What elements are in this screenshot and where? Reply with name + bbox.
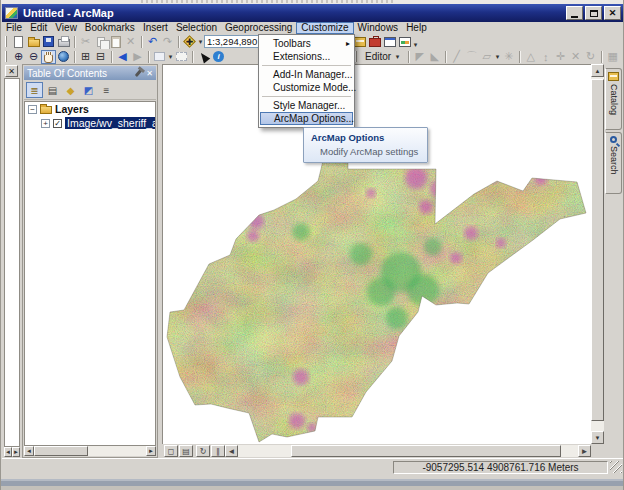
list-by-drawing-order-button[interactable]: ≣ <box>26 82 43 98</box>
close-button[interactable]: ✕ <box>604 6 621 20</box>
pan-button[interactable] <box>41 50 56 64</box>
map-scroll-left-button[interactable]: ◄ <box>225 445 238 457</box>
cut-button[interactable]: ✂ <box>78 35 93 49</box>
minimize-button[interactable] <box>566 6 583 20</box>
endpoint-arc-button[interactable]: ⌒ <box>464 50 479 64</box>
layer-row[interactable]: + ✓ Image/wv_sheriff_associatio <box>25 116 155 130</box>
collapsed-panel-close-button[interactable]: ✕ <box>5 65 18 77</box>
back-extent-button[interactable]: ◀ <box>115 50 130 64</box>
edit-vertices-button[interactable]: △ <box>523 50 538 64</box>
menu-insert[interactable]: Insert <box>139 22 172 34</box>
reshape-feature-button[interactable]: ↕ <box>538 50 553 64</box>
menu-selection[interactable]: Selection <box>172 22 221 34</box>
scroll-left-button[interactable]: ◄ <box>4 447 12 457</box>
map-hscroll-thumb[interactable] <box>291 445 561 457</box>
toc-scroll-right-button[interactable]: ► <box>146 446 156 456</box>
toolbar-grip[interactable] <box>5 51 8 62</box>
copy-button[interactable] <box>93 35 108 49</box>
identify-button[interactable]: i <box>211 50 226 64</box>
edit-tool-button[interactable]: ◤ <box>412 50 427 64</box>
toc-close-button[interactable]: ✕ <box>146 69 153 78</box>
editor-menu-button[interactable]: Editor▾ <box>361 50 405 63</box>
fixed-zoom-out-button[interactable]: ⊟ <box>93 50 108 64</box>
zoom-in-button[interactable]: ⊕ <box>11 50 26 64</box>
collapse-expander-icon[interactable]: − <box>28 105 37 114</box>
list-by-visibility-button[interactable]: ◆ <box>62 82 79 98</box>
delete-button[interactable]: ✕ <box>123 35 138 49</box>
zoom-out-button[interactable]: ⊖ <box>26 50 41 64</box>
select-features-dropdown-arrow[interactable]: ▾ <box>167 53 174 61</box>
menu-bookmarks[interactable]: Bookmarks <box>81 22 139 34</box>
toolbar-overflow-arrow[interactable]: ▾ <box>412 41 419 49</box>
redo-button[interactable]: ↷ <box>160 35 175 49</box>
menu-file[interactable]: File <box>2 22 26 34</box>
fixed-zoom-in-button[interactable]: ⊞ <box>78 50 93 64</box>
rotate-tool-button[interactable]: ↻ <box>583 50 598 64</box>
map-vertical-scrollbar[interactable]: ▲ ▼ <box>591 64 604 444</box>
point-tool-button[interactable]: ✳ <box>501 50 516 64</box>
map-scroll-up-button[interactable]: ▲ <box>591 64 604 77</box>
sketch-properties-button[interactable]: ▧ <box>620 50 624 64</box>
layer-visibility-checkbox[interactable]: ✓ <box>53 119 62 128</box>
construction-dropdown-arrow[interactable]: ▾ <box>494 53 501 61</box>
tab-search[interactable]: Search <box>605 132 622 194</box>
map-scale-input[interactable] <box>204 35 266 48</box>
map-vscroll-thumb[interactable] <box>591 79 604 421</box>
toolbar-grip[interactable] <box>355 51 358 62</box>
select-features-button[interactable] <box>152 50 167 64</box>
undo-button[interactable]: ↶ <box>145 35 160 49</box>
split-tool-button[interactable]: ✕ <box>568 50 583 64</box>
menu-customize[interactable]: Customize <box>296 22 353 34</box>
edit-annotation-button[interactable]: ◣ <box>427 50 442 64</box>
arctoolbox-button[interactable] <box>367 35 382 49</box>
menu-item-arcmap-options[interactable]: ArcMap Options... <box>260 112 353 125</box>
menu-geoprocessing[interactable]: Geoprocessing <box>221 22 296 34</box>
menu-help[interactable]: Help <box>402 22 431 34</box>
full-extent-button[interactable] <box>56 50 71 64</box>
modelbuilder-button[interactable] <box>397 35 412 49</box>
cut-polygons-button[interactable]: ✛ <box>553 50 568 64</box>
map-view[interactable] <box>162 64 591 444</box>
paste-button[interactable] <box>108 35 123 49</box>
map-horizontal-scrollbar[interactable] <box>238 445 578 457</box>
new-document-button[interactable] <box>11 35 26 49</box>
straight-segment-button[interactable]: ╱ <box>449 50 464 64</box>
list-by-source-button[interactable]: ▤ <box>44 82 61 98</box>
layout-view-button[interactable]: ▤ <box>179 445 193 457</box>
expand-expander-icon[interactable]: + <box>41 119 50 128</box>
list-by-selection-button[interactable]: ◩ <box>80 82 97 98</box>
menu-item-customize-mode[interactable]: Customize Mode... <box>259 81 354 94</box>
map-scroll-down-button[interactable]: ▼ <box>591 431 604 444</box>
toc-scroll-thumb[interactable] <box>34 446 88 456</box>
layer-name-selected[interactable]: Image/wv_sheriff_associatio <box>65 117 155 129</box>
menu-view[interactable]: View <box>51 22 81 34</box>
maximize-button[interactable] <box>585 6 602 20</box>
scroll-right-button[interactable]: ► <box>12 447 20 457</box>
menu-item-style-manager[interactable]: Style Manager... <box>259 99 354 112</box>
menu-windows[interactable]: Windows <box>354 22 403 34</box>
menu-item-extensions[interactable]: Extensions... <box>259 50 354 63</box>
add-data-button[interactable]: ✚ <box>182 35 197 49</box>
pause-drawing-button[interactable]: ∥ <box>211 445 225 457</box>
attributes-button[interactable]: ▦ <box>605 50 620 64</box>
refresh-view-button[interactable]: ↻ <box>196 445 210 457</box>
save-button[interactable] <box>41 35 56 49</box>
menu-edit[interactable]: Edit <box>26 22 51 34</box>
menu-item-toolbars[interactable]: Toolbars▸ <box>259 37 354 50</box>
open-button[interactable] <box>26 35 41 49</box>
map-scroll-right-button[interactable]: ► <box>578 445 591 457</box>
pin-icon[interactable] <box>135 69 142 77</box>
toc-title-bar[interactable]: Table Of Contents ✕ <box>24 66 156 80</box>
clear-selection-button[interactable] <box>174 50 189 64</box>
select-elements-button[interactable] <box>196 50 211 64</box>
print-button[interactable] <box>56 35 71 49</box>
python-window-button[interactable] <box>382 35 397 49</box>
toc-options-button[interactable]: ≡ <box>98 82 115 98</box>
toolbar-grip[interactable] <box>5 36 8 47</box>
toc-scroll-left-button[interactable]: ◄ <box>24 446 34 456</box>
menu-item-addin-manager[interactable]: Add-In Manager... <box>259 68 354 81</box>
resize-grip[interactable] <box>610 461 622 473</box>
tab-catalog[interactable]: Catalog <box>605 68 622 130</box>
add-data-dropdown-arrow[interactable]: ▾ <box>197 38 204 46</box>
layers-group-row[interactable]: − Layers <box>25 102 155 116</box>
